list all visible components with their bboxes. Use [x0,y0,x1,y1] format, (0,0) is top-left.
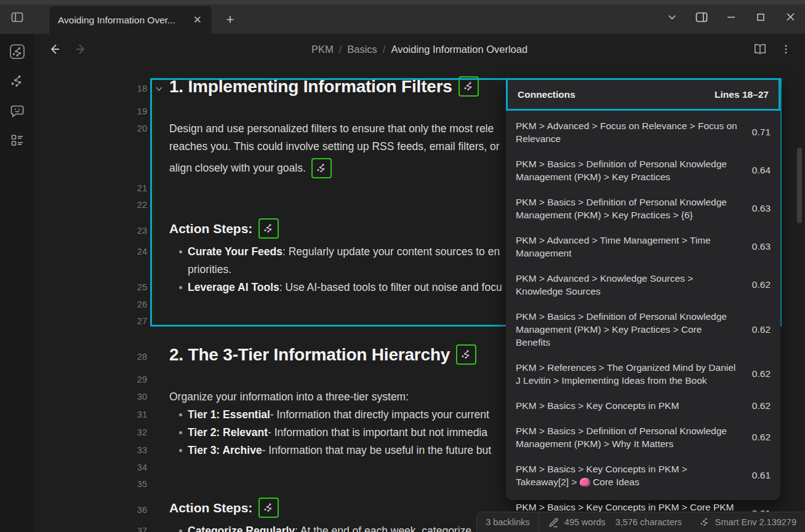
connections-list: PKM > Advanced > Focus on Relevance > Fo… [506,111,780,532]
line-number: 36 [34,498,147,522]
connection-score: 0.61 [745,470,771,481]
paragraph-text: align closely with your goals. [169,159,306,177]
connection-score: 0.62 [745,324,771,335]
line-number: 28 [34,344,147,369]
bullet-dot-icon [179,250,182,253]
breadcrumb-segment[interactable]: Avoiding Information Overload [391,44,527,55]
bullet-dot-icon [179,431,182,434]
toggle-left-sidebar-icon[interactable] [10,10,25,25]
line-number: 22 [34,197,147,213]
line-number: 34 [34,459,147,476]
connection-item[interactable]: PKM > References > The Organized Mind by… [506,355,780,393]
navigate-forward-icon[interactable] [72,41,89,58]
brain-emoji-icon [580,478,590,486]
line-number: 23 [34,218,147,243]
connection-path: PKM > Basics > Key Concepts in PKM > Tak… [516,463,737,488]
backlinks-count: 3 backlinks [486,517,530,527]
connection-item[interactable]: PKM > Advanced > Knowledge Sources > Kno… [506,266,780,304]
line-number: 32 [34,424,147,442]
smart-connections-block-icon[interactable] [258,218,279,239]
connection-item[interactable]: PKM > Basics > Key Concepts in PKM0.62 [506,393,780,418]
line-number: 30 [34,388,147,406]
bullet-text: - Information that may be useful in the … [262,442,492,459]
ribbon [0,34,34,532]
breadcrumb-segment[interactable]: Basics [347,44,377,55]
new-tab-button[interactable]: + [219,9,241,31]
smart-connections-random-icon[interactable] [7,71,28,92]
connection-item[interactable]: PKM > Basics > Definition of Personal Kn… [506,189,780,228]
heading-text: 1. Implementing Information Filters [169,77,452,97]
line-number: 25 [34,279,147,296]
breadcrumb-separator: / [383,44,386,55]
bullet-text: - Information that directly impacts your… [270,406,489,424]
smart-connections-block-icon[interactable] [459,76,479,97]
heading-text: 2. The 3-Tier Information Hierarchy [169,345,450,365]
window-maximize-button[interactable] [746,0,775,34]
line-number: 29 [34,371,147,388]
smart-env-status[interactable]: Smart Env 2.139279 [691,512,805,532]
connections-panel: Connections Lines 18–27 PKM > Advanced >… [506,78,780,500]
line-number: 27 [34,313,147,330]
connection-item[interactable]: PKM > Basics > Definition of Personal Kn… [506,304,780,355]
connection-score: 0.62 [745,368,771,379]
window-close-button[interactable] [775,0,805,34]
connections-line-range: Lines 18–27 [715,89,769,100]
bullet-text: : At the end of each week, categorize [295,522,471,532]
toggle-right-sidebar-icon[interactable] [687,0,716,34]
editor-scrollbar-thumb[interactable] [797,148,802,223]
line-number: 19 [34,103,147,120]
bullet-bold-text: Tier 2: Relevant [188,424,268,442]
smart-connections-block-icon[interactable] [311,158,332,178]
bullet-dot-icon [179,413,182,416]
blocks-list-icon[interactable] [7,130,28,151]
connection-item[interactable]: PKM > Basics > Key Concepts in PKM > Tak… [506,456,780,494]
smart-chat-icon[interactable] [7,100,28,121]
line-number: 24 [34,243,147,261]
line-number: 21 [34,180,147,197]
connection-score: 0.71 [745,127,771,138]
line-number: 18 [34,76,147,101]
connection-item[interactable]: PKM > Advanced > Focus on Relevance > Fo… [506,113,780,151]
window-minimize-button[interactable] [716,0,746,34]
connection-score: 0.63 [745,241,771,252]
smart-env-version: Smart Env 2.139279 [715,517,796,527]
line-number: 31 [34,406,147,424]
connection-score: 0.64 [745,165,771,176]
connections-title: Connections [518,89,575,100]
backlinks-status[interactable]: 3 backlinks [477,512,539,532]
breadcrumb-separator: / [339,44,342,55]
bullet-text: - Information that is important but not … [268,424,487,442]
bullet-dot-icon [179,286,182,289]
connections-panel-header[interactable]: Connections Lines 18–27 [506,78,780,111]
bullet-text: : Regularly update your content sources … [282,243,500,261]
navigate-back-icon[interactable] [46,41,63,58]
view-header: PKM/Basics/Avoiding Information Overload [34,34,805,65]
bullet-bold-text: Categorize Regularly [188,522,295,532]
line-number: 26 [34,296,147,313]
reading-view-book-icon[interactable] [752,41,768,57]
connection-item[interactable]: PKM > Basics > Definition of Personal Kn… [506,151,780,189]
smart-connections-view-icon[interactable] [7,41,28,62]
edit-pencil-icon [548,517,559,528]
smart-connections-block-icon[interactable] [456,344,476,365]
connection-path: PKM > Advanced > Focus on Relevance > Fo… [516,119,737,145]
connection-item[interactable]: PKM > Basics > Definition of Personal Kn… [506,418,780,456]
character-count: 3,576 characters [615,517,682,527]
connection-score: 0.62 [745,279,771,290]
word-count-status[interactable]: 495 words 3,576 characters [539,512,691,532]
bullet-dot-icon [179,449,182,452]
connection-path: PKM > Basics > Definition of Personal Kn… [516,157,737,183]
more-options-kebab-icon[interactable] [778,41,794,57]
breadcrumb-segment[interactable]: PKM [311,44,334,55]
bullet-bold-text: Tier 3: Archive [188,442,262,459]
smart-connections-block-icon[interactable] [258,498,279,518]
connection-path: PKM > Advanced > Knowledge Sources > Kno… [516,272,737,298]
connection-item[interactable]: PKM > Advanced > Time Management > Time … [506,228,780,266]
tab-list-chevron-icon[interactable] [657,0,687,34]
connection-score: 0.62 [745,400,771,411]
heading-collapse-chevron-icon[interactable] [154,84,164,93]
line-number: 33 [34,442,147,459]
tab-close-icon[interactable]: ✕ [191,14,204,26]
word-count: 495 words [564,517,606,527]
tab-avoiding-information-overload[interactable]: Avoiding Information Over... ✕ [49,6,212,34]
